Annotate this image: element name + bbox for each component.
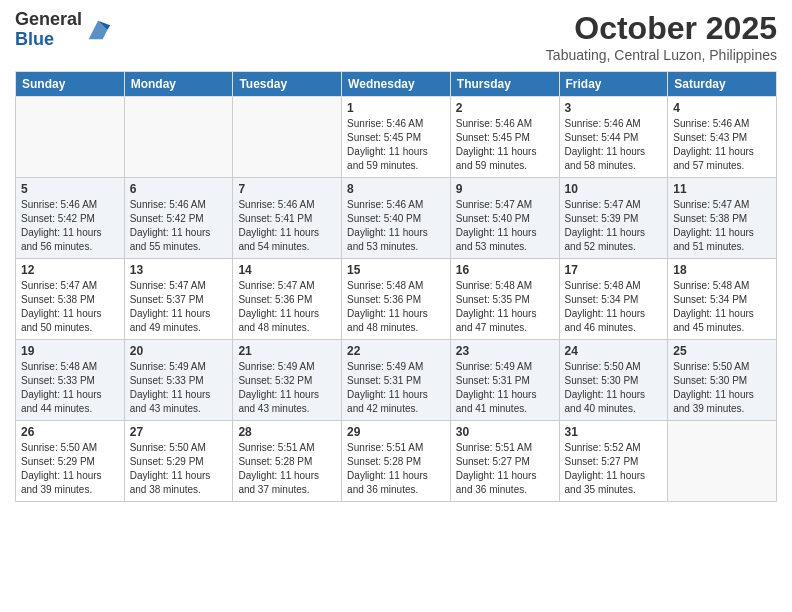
- calendar-cell: 6Sunrise: 5:46 AM Sunset: 5:42 PM Daylig…: [124, 178, 233, 259]
- day-number: 23: [456, 344, 554, 358]
- day-info: Sunrise: 5:46 AM Sunset: 5:45 PM Dayligh…: [456, 117, 554, 173]
- day-number: 18: [673, 263, 771, 277]
- calendar-cell: 9Sunrise: 5:47 AM Sunset: 5:40 PM Daylig…: [450, 178, 559, 259]
- calendar-cell: 22Sunrise: 5:49 AM Sunset: 5:31 PM Dayli…: [342, 340, 451, 421]
- day-number: 8: [347, 182, 445, 196]
- day-info: Sunrise: 5:47 AM Sunset: 5:38 PM Dayligh…: [673, 198, 771, 254]
- day-info: Sunrise: 5:46 AM Sunset: 5:41 PM Dayligh…: [238, 198, 336, 254]
- day-number: 7: [238, 182, 336, 196]
- day-info: Sunrise: 5:52 AM Sunset: 5:27 PM Dayligh…: [565, 441, 663, 497]
- day-number: 21: [238, 344, 336, 358]
- day-info: Sunrise: 5:48 AM Sunset: 5:36 PM Dayligh…: [347, 279, 445, 335]
- calendar-cell: [124, 97, 233, 178]
- day-number: 28: [238, 425, 336, 439]
- weekday-header-wednesday: Wednesday: [342, 72, 451, 97]
- calendar-cell: 15Sunrise: 5:48 AM Sunset: 5:36 PM Dayli…: [342, 259, 451, 340]
- day-number: 20: [130, 344, 228, 358]
- calendar-cell: 25Sunrise: 5:50 AM Sunset: 5:30 PM Dayli…: [668, 340, 777, 421]
- calendar-cell: 28Sunrise: 5:51 AM Sunset: 5:28 PM Dayli…: [233, 421, 342, 502]
- weekday-header-sunday: Sunday: [16, 72, 125, 97]
- day-number: 6: [130, 182, 228, 196]
- calendar-cell: 29Sunrise: 5:51 AM Sunset: 5:28 PM Dayli…: [342, 421, 451, 502]
- calendar-cell: 24Sunrise: 5:50 AM Sunset: 5:30 PM Dayli…: [559, 340, 668, 421]
- calendar-cell: 21Sunrise: 5:49 AM Sunset: 5:32 PM Dayli…: [233, 340, 342, 421]
- weekday-header-saturday: Saturday: [668, 72, 777, 97]
- calendar-cell: [16, 97, 125, 178]
- calendar-week-row: 26Sunrise: 5:50 AM Sunset: 5:29 PM Dayli…: [16, 421, 777, 502]
- day-info: Sunrise: 5:51 AM Sunset: 5:27 PM Dayligh…: [456, 441, 554, 497]
- calendar-cell: 7Sunrise: 5:46 AM Sunset: 5:41 PM Daylig…: [233, 178, 342, 259]
- calendar-cell: 17Sunrise: 5:48 AM Sunset: 5:34 PM Dayli…: [559, 259, 668, 340]
- logo-blue: Blue: [15, 29, 54, 49]
- day-info: Sunrise: 5:48 AM Sunset: 5:33 PM Dayligh…: [21, 360, 119, 416]
- page-header: General Blue October 2025 Tabuating, Cen…: [15, 10, 777, 63]
- calendar-cell: [668, 421, 777, 502]
- logo: General Blue: [15, 10, 112, 50]
- location-subtitle: Tabuating, Central Luzon, Philippines: [546, 47, 777, 63]
- day-info: Sunrise: 5:49 AM Sunset: 5:33 PM Dayligh…: [130, 360, 228, 416]
- day-number: 25: [673, 344, 771, 358]
- day-number: 13: [130, 263, 228, 277]
- day-number: 14: [238, 263, 336, 277]
- day-number: 9: [456, 182, 554, 196]
- calendar-cell: 10Sunrise: 5:47 AM Sunset: 5:39 PM Dayli…: [559, 178, 668, 259]
- calendar-cell: 3Sunrise: 5:46 AM Sunset: 5:44 PM Daylig…: [559, 97, 668, 178]
- calendar-week-row: 5Sunrise: 5:46 AM Sunset: 5:42 PM Daylig…: [16, 178, 777, 259]
- calendar-cell: 16Sunrise: 5:48 AM Sunset: 5:35 PM Dayli…: [450, 259, 559, 340]
- day-info: Sunrise: 5:46 AM Sunset: 5:40 PM Dayligh…: [347, 198, 445, 254]
- day-number: 15: [347, 263, 445, 277]
- day-number: 16: [456, 263, 554, 277]
- day-info: Sunrise: 5:48 AM Sunset: 5:34 PM Dayligh…: [673, 279, 771, 335]
- calendar-cell: 20Sunrise: 5:49 AM Sunset: 5:33 PM Dayli…: [124, 340, 233, 421]
- day-info: Sunrise: 5:46 AM Sunset: 5:42 PM Dayligh…: [21, 198, 119, 254]
- calendar-cell: 26Sunrise: 5:50 AM Sunset: 5:29 PM Dayli…: [16, 421, 125, 502]
- calendar-week-row: 19Sunrise: 5:48 AM Sunset: 5:33 PM Dayli…: [16, 340, 777, 421]
- calendar-cell: 4Sunrise: 5:46 AM Sunset: 5:43 PM Daylig…: [668, 97, 777, 178]
- day-info: Sunrise: 5:47 AM Sunset: 5:38 PM Dayligh…: [21, 279, 119, 335]
- day-info: Sunrise: 5:47 AM Sunset: 5:37 PM Dayligh…: [130, 279, 228, 335]
- day-number: 27: [130, 425, 228, 439]
- calendar-table: SundayMondayTuesdayWednesdayThursdayFrid…: [15, 71, 777, 502]
- calendar-cell: 30Sunrise: 5:51 AM Sunset: 5:27 PM Dayli…: [450, 421, 559, 502]
- day-number: 29: [347, 425, 445, 439]
- calendar-cell: 1Sunrise: 5:46 AM Sunset: 5:45 PM Daylig…: [342, 97, 451, 178]
- weekday-header-thursday: Thursday: [450, 72, 559, 97]
- calendar-cell: 13Sunrise: 5:47 AM Sunset: 5:37 PM Dayli…: [124, 259, 233, 340]
- day-number: 3: [565, 101, 663, 115]
- calendar-cell: 19Sunrise: 5:48 AM Sunset: 5:33 PM Dayli…: [16, 340, 125, 421]
- day-number: 24: [565, 344, 663, 358]
- calendar-cell: 27Sunrise: 5:50 AM Sunset: 5:29 PM Dayli…: [124, 421, 233, 502]
- day-info: Sunrise: 5:50 AM Sunset: 5:29 PM Dayligh…: [130, 441, 228, 497]
- day-number: 11: [673, 182, 771, 196]
- calendar-cell: 12Sunrise: 5:47 AM Sunset: 5:38 PM Dayli…: [16, 259, 125, 340]
- calendar-cell: 11Sunrise: 5:47 AM Sunset: 5:38 PM Dayli…: [668, 178, 777, 259]
- day-number: 12: [21, 263, 119, 277]
- day-number: 30: [456, 425, 554, 439]
- day-info: Sunrise: 5:47 AM Sunset: 5:39 PM Dayligh…: [565, 198, 663, 254]
- weekday-header-monday: Monday: [124, 72, 233, 97]
- logo-general: General: [15, 9, 82, 29]
- calendar-week-row: 1Sunrise: 5:46 AM Sunset: 5:45 PM Daylig…: [16, 97, 777, 178]
- day-number: 22: [347, 344, 445, 358]
- day-info: Sunrise: 5:50 AM Sunset: 5:29 PM Dayligh…: [21, 441, 119, 497]
- calendar-cell: 14Sunrise: 5:47 AM Sunset: 5:36 PM Dayli…: [233, 259, 342, 340]
- calendar-cell: 5Sunrise: 5:46 AM Sunset: 5:42 PM Daylig…: [16, 178, 125, 259]
- day-number: 10: [565, 182, 663, 196]
- day-info: Sunrise: 5:51 AM Sunset: 5:28 PM Dayligh…: [238, 441, 336, 497]
- calendar-cell: 18Sunrise: 5:48 AM Sunset: 5:34 PM Dayli…: [668, 259, 777, 340]
- weekday-header-row: SundayMondayTuesdayWednesdayThursdayFrid…: [16, 72, 777, 97]
- calendar-cell: 8Sunrise: 5:46 AM Sunset: 5:40 PM Daylig…: [342, 178, 451, 259]
- day-number: 17: [565, 263, 663, 277]
- day-number: 4: [673, 101, 771, 115]
- calendar-cell: [233, 97, 342, 178]
- day-info: Sunrise: 5:46 AM Sunset: 5:44 PM Dayligh…: [565, 117, 663, 173]
- day-info: Sunrise: 5:50 AM Sunset: 5:30 PM Dayligh…: [673, 360, 771, 416]
- day-info: Sunrise: 5:49 AM Sunset: 5:32 PM Dayligh…: [238, 360, 336, 416]
- calendar-cell: 31Sunrise: 5:52 AM Sunset: 5:27 PM Dayli…: [559, 421, 668, 502]
- day-info: Sunrise: 5:50 AM Sunset: 5:30 PM Dayligh…: [565, 360, 663, 416]
- logo-icon: [84, 16, 112, 44]
- day-info: Sunrise: 5:47 AM Sunset: 5:36 PM Dayligh…: [238, 279, 336, 335]
- calendar-cell: 2Sunrise: 5:46 AM Sunset: 5:45 PM Daylig…: [450, 97, 559, 178]
- weekday-header-friday: Friday: [559, 72, 668, 97]
- day-number: 19: [21, 344, 119, 358]
